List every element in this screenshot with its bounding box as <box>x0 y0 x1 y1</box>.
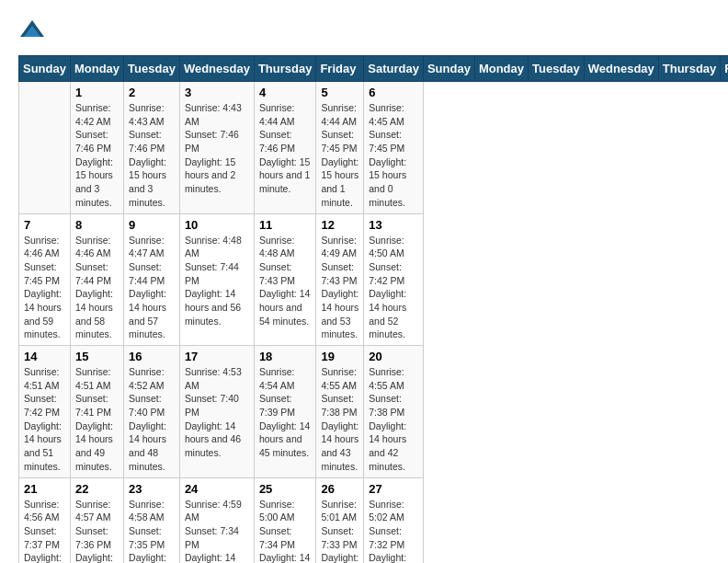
col-header-thursday: Thursday <box>658 56 721 82</box>
day-info: Sunrise: 4:51 AMSunset: 7:41 PMDaylight:… <box>75 365 119 474</box>
day-cell: 14 Sunrise: 4:51 AMSunset: 7:42 PMDaylig… <box>19 346 71 478</box>
day-cell: 18 Sunrise: 4:54 AMSunset: 7:39 PMDaylig… <box>254 346 316 478</box>
day-number: 15 <box>75 350 119 363</box>
day-cell: 4 Sunrise: 4:44 AMSunset: 7:46 PMDayligh… <box>254 82 316 214</box>
day-info: Sunrise: 5:02 AMSunset: 7:32 PMDaylight:… <box>369 498 418 564</box>
day-number: 5 <box>321 86 358 99</box>
day-info: Sunrise: 4:51 AMSunset: 7:42 PMDaylight:… <box>24 365 65 474</box>
day-number: 21 <box>24 482 65 496</box>
col-header-monday: Monday <box>70 56 123 82</box>
logo <box>18 18 50 46</box>
day-number: 22 <box>75 482 119 496</box>
day-info: Sunrise: 4:48 AMSunset: 7:44 PMDaylight:… <box>185 234 249 328</box>
day-cell: 19 Sunrise: 4:55 AMSunset: 7:38 PMDaylig… <box>316 346 364 478</box>
day-info: Sunrise: 5:00 AMSunset: 7:34 PMDaylight:… <box>259 498 312 564</box>
day-cell: 7 Sunrise: 4:46 AMSunset: 7:45 PMDayligh… <box>19 213 71 346</box>
day-number: 26 <box>321 482 358 496</box>
day-cell: 22 Sunrise: 4:57 AMSunset: 7:36 PMDaylig… <box>70 477 123 563</box>
day-info: Sunrise: 4:45 AMSunset: 7:45 PMDaylight:… <box>369 101 418 210</box>
day-number: 23 <box>129 482 175 496</box>
day-cell: 12 Sunrise: 4:49 AMSunset: 7:43 PMDaylig… <box>316 213 364 346</box>
day-cell: 13 Sunrise: 4:50 AMSunset: 7:42 PMDaylig… <box>364 213 424 346</box>
week-row-4: 21 Sunrise: 4:56 AMSunset: 7:37 PMDaylig… <box>19 477 729 563</box>
day-info: Sunrise: 4:59 AMSunset: 7:34 PMDaylight:… <box>185 498 249 564</box>
logo-icon <box>18 18 46 46</box>
day-cell: 15 Sunrise: 4:51 AMSunset: 7:41 PMDaylig… <box>70 346 123 478</box>
day-info: Sunrise: 4:46 AMSunset: 7:44 PMDaylight:… <box>75 234 119 342</box>
day-number: 14 <box>24 350 65 363</box>
col-header-saturday: Saturday <box>364 56 424 82</box>
day-info: Sunrise: 4:55 AMSunset: 7:38 PMDaylight:… <box>369 365 418 474</box>
day-info: Sunrise: 4:44 AMSunset: 7:45 PMDaylight:… <box>321 101 358 210</box>
day-cell <box>19 82 71 214</box>
day-number: 3 <box>185 86 249 99</box>
day-cell: 3 Sunrise: 4:43 AMSunset: 7:46 PMDayligh… <box>179 82 254 214</box>
col-header-wednesday: Wednesday <box>179 56 254 82</box>
day-info: Sunrise: 4:56 AMSunset: 7:37 PMDaylight:… <box>24 498 65 564</box>
day-info: Sunrise: 4:43 AMSunset: 7:46 PMDaylight:… <box>185 101 249 196</box>
day-cell: 25 Sunrise: 5:00 AMSunset: 7:34 PMDaylig… <box>254 477 316 563</box>
day-info: Sunrise: 4:58 AMSunset: 7:35 PMDaylight:… <box>129 498 175 564</box>
day-info: Sunrise: 4:43 AMSunset: 7:46 PMDaylight:… <box>129 101 175 210</box>
day-info: Sunrise: 4:57 AMSunset: 7:36 PMDaylight:… <box>75 498 119 564</box>
day-cell: 17 Sunrise: 4:53 AMSunset: 7:40 PMDaylig… <box>179 346 254 478</box>
day-number: 2 <box>129 86 175 99</box>
day-info: Sunrise: 4:48 AMSunset: 7:43 PMDaylight:… <box>259 234 312 328</box>
col-header-friday: Friday <box>721 56 728 82</box>
col-header-tuesday: Tuesday <box>124 56 180 82</box>
day-cell: 2 Sunrise: 4:43 AMSunset: 7:46 PMDayligh… <box>124 82 180 214</box>
page-header <box>18 18 710 46</box>
day-number: 12 <box>321 218 358 232</box>
day-cell: 20 Sunrise: 4:55 AMSunset: 7:38 PMDaylig… <box>364 346 424 478</box>
day-number: 18 <box>259 350 312 363</box>
calendar-header-row: SundayMondayTuesdayWednesdayThursdayFrid… <box>19 56 729 82</box>
day-info: Sunrise: 4:47 AMSunset: 7:44 PMDaylight:… <box>129 234 175 342</box>
day-number: 16 <box>129 350 175 363</box>
day-info: Sunrise: 4:52 AMSunset: 7:40 PMDaylight:… <box>129 365 175 474</box>
col-header-thursday: Thursday <box>254 56 316 82</box>
day-info: Sunrise: 4:54 AMSunset: 7:39 PMDaylight:… <box>259 365 312 460</box>
day-cell: 27 Sunrise: 5:02 AMSunset: 7:32 PMDaylig… <box>364 477 424 563</box>
day-number: 6 <box>369 86 418 99</box>
day-number: 20 <box>369 350 418 363</box>
day-cell: 24 Sunrise: 4:59 AMSunset: 7:34 PMDaylig… <box>179 477 254 563</box>
day-cell: 26 Sunrise: 5:01 AMSunset: 7:33 PMDaylig… <box>316 477 364 563</box>
day-cell: 23 Sunrise: 4:58 AMSunset: 7:35 PMDaylig… <box>124 477 180 563</box>
day-cell: 1 Sunrise: 4:42 AMSunset: 7:46 PMDayligh… <box>70 82 123 214</box>
day-number: 17 <box>185 350 249 363</box>
col-header-monday: Monday <box>474 56 528 82</box>
day-number: 13 <box>369 218 418 232</box>
day-info: Sunrise: 4:42 AMSunset: 7:46 PMDaylight:… <box>75 101 119 210</box>
day-info: Sunrise: 4:55 AMSunset: 7:38 PMDaylight:… <box>321 365 358 474</box>
day-cell: 9 Sunrise: 4:47 AMSunset: 7:44 PMDayligh… <box>124 213 180 346</box>
day-info: Sunrise: 4:46 AMSunset: 7:45 PMDaylight:… <box>24 234 65 342</box>
day-number: 19 <box>321 350 358 363</box>
day-cell: 10 Sunrise: 4:48 AMSunset: 7:44 PMDaylig… <box>179 213 254 346</box>
day-number: 27 <box>369 482 418 496</box>
day-number: 24 <box>185 482 249 496</box>
day-info: Sunrise: 4:44 AMSunset: 7:46 PMDaylight:… <box>259 101 312 196</box>
day-info: Sunrise: 5:01 AMSunset: 7:33 PMDaylight:… <box>321 498 358 564</box>
week-row-3: 14 Sunrise: 4:51 AMSunset: 7:42 PMDaylig… <box>19 346 729 478</box>
day-cell: 16 Sunrise: 4:52 AMSunset: 7:40 PMDaylig… <box>124 346 180 478</box>
col-header-sunday: Sunday <box>423 56 474 82</box>
day-cell: 11 Sunrise: 4:48 AMSunset: 7:43 PMDaylig… <box>254 213 316 346</box>
day-number: 7 <box>24 218 65 232</box>
col-header-friday: Friday <box>316 56 364 82</box>
day-info: Sunrise: 4:49 AMSunset: 7:43 PMDaylight:… <box>321 234 358 342</box>
day-number: 11 <box>259 218 312 232</box>
col-header-sunday: Sunday <box>19 56 71 82</box>
day-number: 8 <box>75 218 119 232</box>
col-header-wednesday: Wednesday <box>584 56 658 82</box>
day-cell: 21 Sunrise: 4:56 AMSunset: 7:37 PMDaylig… <box>19 477 71 563</box>
day-info: Sunrise: 4:50 AMSunset: 7:42 PMDaylight:… <box>369 234 418 342</box>
week-row-1: 1 Sunrise: 4:42 AMSunset: 7:46 PMDayligh… <box>19 82 729 214</box>
day-number: 4 <box>259 86 312 99</box>
day-number: 10 <box>185 218 249 232</box>
day-number: 9 <box>129 218 175 232</box>
day-number: 1 <box>75 86 119 99</box>
day-cell: 5 Sunrise: 4:44 AMSunset: 7:45 PMDayligh… <box>316 82 364 214</box>
day-cell: 8 Sunrise: 4:46 AMSunset: 7:44 PMDayligh… <box>70 213 123 346</box>
calendar-table: SundayMondayTuesdayWednesdayThursdayFrid… <box>18 55 728 563</box>
day-number: 25 <box>259 482 312 496</box>
